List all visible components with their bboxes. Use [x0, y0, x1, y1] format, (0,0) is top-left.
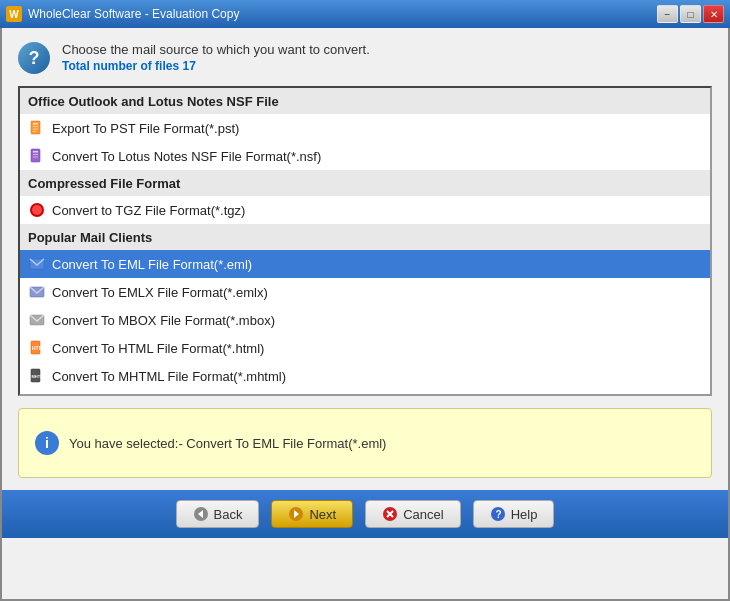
next-button[interactable]: Next — [271, 500, 353, 528]
category-compressed-label: Compressed File Format — [28, 176, 180, 191]
html-icon: HTML — [28, 339, 46, 357]
main-window: ? Choose the mail source to which you wa… — [0, 28, 730, 601]
svg-rect-8 — [33, 157, 38, 158]
list-item-eml[interactable]: Convert To EML File Format(*.eml) — [20, 250, 710, 278]
svg-rect-6 — [33, 151, 38, 153]
list-item-mbox[interactable]: Convert To MBOX File Format(*.mbox) — [20, 306, 710, 334]
category-compressed: Compressed File Format — [20, 170, 710, 196]
mbox-icon — [28, 311, 46, 329]
back-icon — [193, 506, 209, 522]
svg-rect-4 — [33, 131, 36, 132]
cancel-icon — [382, 506, 398, 522]
header-main-text: Choose the mail source to which you want… — [62, 42, 370, 57]
svg-rect-0 — [31, 121, 40, 134]
header-text: Choose the mail source to which you want… — [62, 42, 370, 73]
svg-text:?: ? — [495, 509, 501, 520]
emlx-label: Convert To EMLX File Format(*.emlx) — [52, 285, 268, 300]
emlx-icon — [28, 283, 46, 301]
info-text: You have selected:- Convert To EML File … — [69, 436, 386, 451]
window-controls: − □ ✕ — [657, 5, 724, 23]
header-sub-text: Total number of files 17 — [62, 59, 370, 73]
close-button[interactable]: ✕ — [703, 5, 724, 23]
button-bar: Back Next Cancel ? Help — [2, 490, 728, 538]
pdf-icon: PDF — [28, 395, 46, 396]
list-item-pdf[interactable]: PDF Convert To PDF File Format(*.pdf) — [20, 390, 710, 396]
html-label: Convert To HTML File Format(*.html) — [52, 341, 264, 356]
pst-icon — [28, 119, 46, 137]
header-area: ? Choose the mail source to which you wa… — [2, 28, 728, 86]
help-icon: ? — [490, 506, 506, 522]
category-office: Office Outlook and Lotus Notes NSF File — [20, 88, 710, 114]
nsf-label: Convert To Lotus Notes NSF File Format(*… — [52, 149, 321, 164]
title-bar-left: W WholeClear Software - Evaluation Copy — [6, 6, 239, 22]
back-button[interactable]: Back — [176, 500, 260, 528]
list-item-mhtml[interactable]: MHTM Convert To MHTML File Format(*.mhtm… — [20, 362, 710, 390]
cancel-label: Cancel — [403, 507, 443, 522]
category-popular: Popular Mail Clients — [20, 224, 710, 250]
eml-icon — [28, 255, 46, 273]
minimize-button[interactable]: − — [657, 5, 678, 23]
app-icon: W — [6, 6, 22, 22]
nsf-icon — [28, 147, 46, 165]
svg-text:HTML: HTML — [32, 345, 45, 351]
svg-rect-5 — [31, 149, 40, 162]
list-item-emlx[interactable]: Convert To EMLX File Format(*.emlx) — [20, 278, 710, 306]
window-title: WholeClear Software - Evaluation Copy — [28, 7, 239, 21]
svg-rect-1 — [33, 123, 38, 125]
format-list[interactable]: Office Outlook and Lotus Notes NSF File … — [18, 86, 712, 396]
svg-rect-7 — [33, 154, 38, 155]
header-icon: ? — [18, 42, 50, 74]
back-label: Back — [214, 507, 243, 522]
svg-text:MHTM: MHTM — [32, 374, 45, 379]
tgz-label: Convert to TGZ File Format(*.tgz) — [52, 203, 245, 218]
pst-label: Export To PST File Format(*.pst) — [52, 121, 239, 136]
list-item-pst[interactable]: Export To PST File Format(*.pst) — [20, 114, 710, 142]
next-label: Next — [309, 507, 336, 522]
next-icon — [288, 506, 304, 522]
eml-label: Convert To EML File Format(*.eml) — [52, 257, 252, 272]
tgz-icon — [28, 201, 46, 219]
category-office-label: Office Outlook and Lotus Notes NSF File — [28, 94, 279, 109]
svg-rect-2 — [33, 126, 38, 127]
help-label: Help — [511, 507, 538, 522]
info-box: i You have selected:- Convert To EML Fil… — [18, 408, 712, 478]
maximize-button[interactable]: □ — [680, 5, 701, 23]
mhtml-icon: MHTM — [28, 367, 46, 385]
cancel-button[interactable]: Cancel — [365, 500, 460, 528]
info-icon: i — [35, 431, 59, 455]
list-item-html[interactable]: HTML Convert To HTML File Format(*.html) — [20, 334, 710, 362]
list-item-tgz[interactable]: Convert to TGZ File Format(*.tgz) — [20, 196, 710, 224]
mhtml-label: Convert To MHTML File Format(*.mhtml) — [52, 369, 286, 384]
list-item-nsf[interactable]: Convert To Lotus Notes NSF File Format(*… — [20, 142, 710, 170]
title-bar: W WholeClear Software - Evaluation Copy … — [0, 0, 730, 28]
mbox-label: Convert To MBOX File Format(*.mbox) — [52, 313, 275, 328]
svg-point-10 — [32, 205, 42, 215]
help-button[interactable]: ? Help — [473, 500, 555, 528]
category-popular-label: Popular Mail Clients — [28, 230, 152, 245]
svg-rect-3 — [33, 129, 38, 130]
